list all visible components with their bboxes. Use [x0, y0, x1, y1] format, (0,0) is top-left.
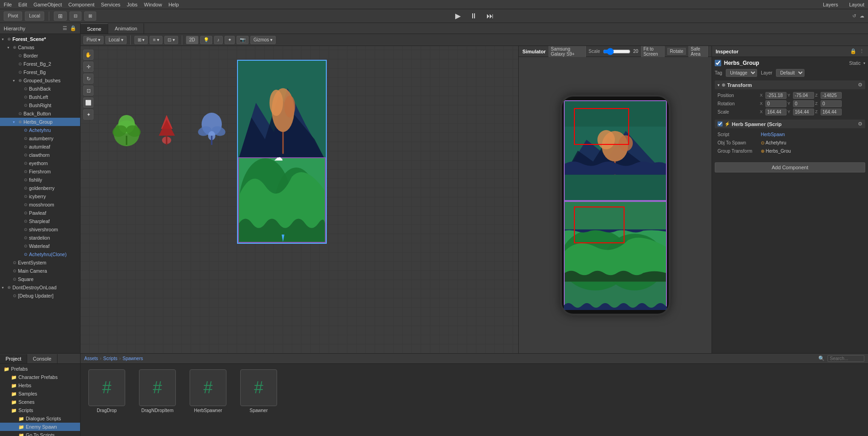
menu-component[interactable]: Component [68, 2, 94, 7]
sim-fit-btn[interactable]: Fit to Screen [641, 46, 665, 57]
scene-pivot-btn[interactable]: Pivot ▾ [83, 36, 104, 44]
scene-vis-btn[interactable]: ≡ ▾ [150, 36, 162, 44]
snap-button[interactable]: ⊟ [69, 11, 81, 21]
gizmo-scale[interactable]: ⊡ [83, 86, 93, 96]
layout-dropdown[interactable]: Layout [849, 2, 864, 7]
hierarchy-item-clawthorn[interactable]: ⊙clawthorn [0, 151, 80, 159]
local-button[interactable]: Local [25, 11, 44, 21]
herb-spawner-gear-icon[interactable]: ⚙ [858, 121, 862, 127]
hierarchy-item-Forest_Scene_[interactable]: ▾⊕Forest_Scene* [0, 35, 80, 43]
pos-z-input[interactable] [821, 92, 842, 99]
hierarchy-item-stardelion[interactable]: ⊙stardelion [0, 234, 80, 242]
view-button[interactable]: ⊠ [84, 11, 96, 21]
scene-2d-btn[interactable]: 2D [186, 36, 198, 44]
hierarchy-item-Achetyhru_Clone_[interactable]: ⊙Achetyhru(Clone) [0, 250, 80, 258]
rot-z-input[interactable] [821, 100, 842, 107]
folder-Dialogue_Scripts[interactable]: 📁Dialogue Scripts [0, 414, 80, 423]
tag-dropdown[interactable]: Untagge [726, 69, 757, 77]
transform-header[interactable]: ▾ ⊕ Transform ⚙ [715, 80, 865, 89]
breadcrumb-scripts[interactable]: Scripts [103, 356, 117, 361]
hierarchy-item-Fiershrom[interactable]: ⊙Fiershrom [0, 167, 80, 176]
hierarchy-item-Waterleaf[interactable]: ⊙Waterleaf [0, 242, 80, 250]
pos-x-input[interactable] [765, 92, 787, 99]
hierarchy-item-Grouped_bushes[interactable]: ▾⊕Grouped_bushes [0, 76, 80, 85]
hierarchy-item-Forest_Bg[interactable]: ⊙Forest_Bg [0, 68, 80, 76]
folder-Scenes[interactable]: 📁Scenes [0, 398, 80, 406]
menu-file[interactable]: File [4, 2, 12, 7]
folder-Scripts[interactable]: 📁Scripts [0, 406, 80, 414]
tab-project[interactable]: Project [0, 354, 27, 363]
folder-Enemy_Spawn[interactable]: 📁Enemy Spawn [0, 423, 80, 431]
folder-Herbs[interactable]: 📁Herbs [0, 381, 80, 390]
hierarchy-item-autumleaf[interactable]: ⊙autumleaf [0, 143, 80, 151]
script-value[interactable]: HerbSpawn [761, 132, 785, 137]
hierarchy-lock-icon[interactable]: 🔒 [70, 25, 76, 31]
layer-dropdown[interactable]: Default [776, 69, 804, 77]
sim-safe-area-btn[interactable]: Safe Area [689, 46, 708, 57]
hierarchy-item-Border[interactable]: ⊙Border [0, 52, 80, 60]
scale-x-input[interactable] [765, 109, 787, 115]
add-component-button[interactable]: Add Component [715, 162, 865, 172]
asset-HerbSpawner[interactable]: # HerbSpawner [187, 369, 229, 413]
pause-button[interactable]: ⏸ [467, 11, 480, 21]
gizmo-move[interactable]: ✛ [83, 62, 93, 72]
tab-scene[interactable]: Scene [81, 23, 108, 34]
hierarchy-item-goldenberry[interactable]: ⊙goldenberry [0, 184, 80, 192]
scene-fx-btn[interactable]: ✦ [225, 36, 235, 44]
gizmo-hand[interactable]: ✋ [83, 50, 93, 60]
scene-panel[interactable]: ✋ ✛ ↻ ⊡ ⬜ ✦ [81, 46, 518, 353]
inspector-lock-icon[interactable]: 🔒 [850, 48, 856, 54]
menu-jobs[interactable]: Jobs [127, 2, 138, 7]
tab-console[interactable]: Console [27, 354, 57, 363]
tab-animation[interactable]: Animation [108, 23, 144, 34]
step-button[interactable]: ⏭ [484, 11, 497, 21]
transform-gear-icon[interactable]: ⚙ [858, 82, 862, 88]
hierarchy-item-DontDestroyOnLoad[interactable]: ▾⊕DontDestroyOnLoad [0, 283, 80, 292]
scale-z-input[interactable] [821, 109, 842, 115]
pos-y-input[interactable] [793, 92, 814, 99]
breadcrumb-assets[interactable]: Assets [84, 356, 98, 361]
folder-Samples[interactable]: 📁Samples [0, 390, 80, 398]
hierarchy-item-Herbs_Group[interactable]: ▾⊕Herbs_Group [0, 118, 80, 126]
inspector-active-checkbox[interactable] [715, 60, 721, 66]
hierarchy-item-Achetyhru[interactable]: ⊙Achetyhru [0, 126, 80, 134]
hierarchy-menu-icon[interactable]: ☰ [63, 25, 67, 31]
folder-Go_To_Scripts[interactable]: 📁Go To Scripts [0, 431, 80, 436]
scale-y-input[interactable] [793, 109, 814, 115]
hierarchy-item-autumberry[interactable]: ⊙autumberry [0, 134, 80, 143]
scene-gizmos-btn[interactable]: Gizmos ▾ [250, 36, 276, 44]
hierarchy-item-fishlily[interactable]: ⊙fishlily [0, 176, 80, 184]
gizmo-rotate[interactable]: ↻ [83, 74, 93, 84]
hierarchy-item-_Debug_Updater_[interactable]: ⊙[Debug Updater] [0, 292, 80, 300]
hierarchy-item-Back_Button[interactable]: ⊙Back_Button [0, 109, 80, 118]
menu-gameobject[interactable]: GameObject [34, 2, 62, 7]
hierarchy-item-mosshroom[interactable]: ⊙mosshroom [0, 201, 80, 209]
breadcrumb-spawners[interactable]: Spawners [122, 356, 143, 361]
sim-device-dropdown[interactable]: Samsung Galaxy S9+ [549, 46, 586, 57]
hierarchy-item-Canvas[interactable]: ▾⊕Canvas [0, 43, 80, 52]
menu-services[interactable]: Services [101, 2, 120, 7]
pivot-button[interactable]: Pivot [4, 11, 22, 21]
asset-Spawner[interactable]: # Spawner [238, 369, 279, 413]
play-button[interactable]: ▶ [452, 11, 463, 21]
scene-light-btn[interactable]: 💡 [200, 36, 212, 44]
hierarchy-item-Sharpleaf[interactable]: ⊙Sharpleaf [0, 217, 80, 225]
hierarchy-item-Main_Camera[interactable]: ⊙Main Camera [0, 267, 80, 275]
gizmo-rect[interactable]: ⬜ [83, 98, 93, 108]
asset-DragDrop[interactable]: # DragDrop [86, 369, 127, 413]
scene-local-btn[interactable]: Local ▾ [105, 36, 127, 44]
hierarchy-item-Pawleaf[interactable]: ⊙Pawleaf [0, 209, 80, 217]
herb-spawner-checkbox[interactable] [718, 121, 723, 126]
hierarchy-item-EventSystem[interactable]: ⊙EventSystem [0, 258, 80, 267]
herb-spawner-header[interactable]: ⚡ Herb Spawner (Scrip ⚙ [715, 120, 865, 128]
hierarchy-item-BushLeft[interactable]: ⊙BushLeft [0, 93, 80, 101]
hierarchy-item-icyberry[interactable]: ⊙icyberry [0, 192, 80, 201]
rot-x-input[interactable] [765, 100, 787, 107]
scene-audio-btn[interactable]: ♪ [214, 36, 223, 44]
menu-help[interactable]: Help [168, 2, 179, 7]
gizmo-multi[interactable]: ✦ [83, 109, 93, 120]
folder-Prefabs[interactable]: 📁Prefabs [0, 365, 80, 373]
hierarchy-item-shivershroom[interactable]: ⊙shivershroom [0, 225, 80, 234]
grid-button[interactable]: ⊞ [54, 11, 67, 21]
scene-gizmo-btn[interactable]: ⊡ ▾ [164, 36, 178, 44]
